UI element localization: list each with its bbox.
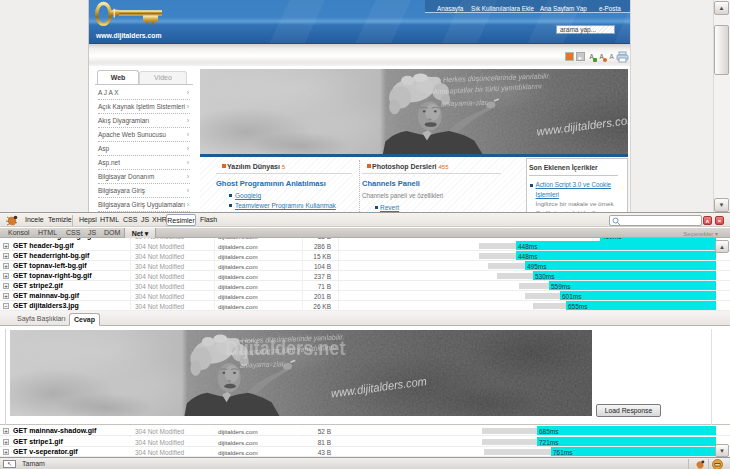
svg-text:anlayama=zlar.: anlayama=zlar. xyxy=(441,98,489,109)
svg-text:Dijitalders.net: Dijitalders.net xyxy=(226,337,347,359)
svg-text:anlayama=zlar.: anlayama=zlar. xyxy=(240,360,286,370)
